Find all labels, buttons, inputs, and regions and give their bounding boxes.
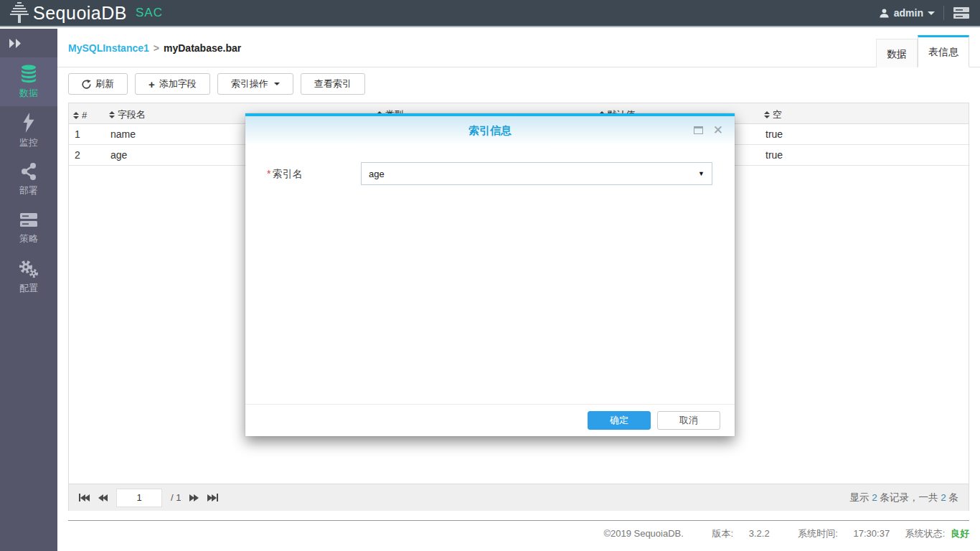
sidebar-item-strategy[interactable]: 策略 <box>0 204 57 253</box>
index-name-label: *索引名 <box>267 168 302 181</box>
product-suffix: SAC <box>136 6 163 20</box>
lightning-icon <box>21 113 37 133</box>
page-header: MySQLInstance1 > myDatabase.bar 数据 表信息 <box>57 29 980 67</box>
app-logo: SequoiaDB SAC <box>10 1 163 24</box>
prev-page-button[interactable] <box>98 494 108 501</box>
sidebar-item-label: 监控 <box>19 136 38 149</box>
cell-nullable: true <box>760 124 969 145</box>
first-page-button[interactable] <box>79 494 90 501</box>
index-info-dialog: 索引信息 ✕ *索引名 age ▼ 确定 取消 <box>245 113 735 436</box>
breadcrumb-separator: > <box>154 42 159 54</box>
double-chevron-right-icon <box>9 39 23 48</box>
view-index-label: 查看索引 <box>314 77 352 90</box>
sidebar-item-deploy[interactable]: 部署 <box>0 155 57 204</box>
dialog-title: 索引信息 <box>245 116 735 145</box>
host-list-button[interactable] <box>953 6 970 20</box>
breadcrumb: MySQLInstance1 > myDatabase.bar <box>68 29 241 67</box>
record-summary: 显示 2 条记录，一共 2 条 <box>849 491 958 504</box>
index-operations-button[interactable]: 索引操作 <box>217 73 293 95</box>
tab-table-info[interactable]: 表信息 <box>918 35 969 67</box>
database-icon <box>19 65 39 83</box>
sort-icon <box>109 111 115 118</box>
user-name: admin <box>894 7 923 19</box>
cell-num: 2 <box>69 145 105 166</box>
chevron-down-icon <box>928 11 935 15</box>
refresh-button[interactable]: 刷新 <box>68 73 128 95</box>
copyright-text: ©2019 SequoiaDB. <box>603 528 684 539</box>
add-field-button[interactable]: + 添加字段 <box>135 73 210 95</box>
next-page-button[interactable] <box>189 494 199 501</box>
sort-icon <box>73 112 79 119</box>
gears-icon <box>19 260 39 278</box>
cell-num: 1 <box>69 124 105 145</box>
servers-icon <box>19 212 39 229</box>
add-field-label: 添加字段 <box>159 77 197 90</box>
system-status-label: 系统状态: <box>905 528 946 539</box>
share-icon <box>19 162 38 181</box>
product-name: SequoiaDB <box>33 3 127 24</box>
plus-icon: + <box>149 78 155 90</box>
dialog-body: *索引名 age ▼ <box>245 145 735 404</box>
ok-button[interactable]: 确定 <box>588 411 651 430</box>
page-footer: ©2019 SequoiaDB. 版本: 3.2.2 系统时间: 17:30:3… <box>68 511 969 551</box>
chevron-down-icon <box>274 83 280 85</box>
sidebar-item-label: 策略 <box>19 232 38 245</box>
sidebar-item-label: 部署 <box>19 184 38 197</box>
sidebar-item-data[interactable]: 数据 <box>0 57 57 106</box>
sort-icon <box>764 111 770 118</box>
column-header-nullable[interactable]: 空 <box>760 103 969 124</box>
sidebar-collapse-button[interactable] <box>0 29 57 57</box>
dialog-footer: 确定 取消 <box>245 404 735 436</box>
sidebar-item-label: 配置 <box>19 282 38 295</box>
refresh-icon <box>82 80 91 89</box>
user-icon <box>879 8 890 19</box>
tab-data[interactable]: 数据 <box>876 39 918 67</box>
breadcrumb-instance-link[interactable]: MySQLInstance1 <box>68 42 149 54</box>
pagination-bar: / 1 显示 2 条记录，一共 2 条 <box>69 484 969 511</box>
sidebar-item-monitor[interactable]: 监控 <box>0 106 57 155</box>
page-number-input[interactable] <box>116 489 162 507</box>
last-page-button[interactable] <box>207 494 218 501</box>
select-caret-icon: ▼ <box>698 170 705 177</box>
dialog-header: 索引信息 ✕ <box>245 116 735 145</box>
total-pages-label: / 1 <box>171 492 181 503</box>
top-bar: SequoiaDB SAC admin <box>0 0 980 27</box>
cancel-button[interactable]: 取消 <box>657 411 720 430</box>
maximize-icon[interactable] <box>694 126 703 134</box>
breadcrumb-current: myDatabase.bar <box>164 42 241 54</box>
topbar-divider <box>943 6 944 20</box>
required-asterisk: * <box>267 168 270 179</box>
sequoia-tree-icon <box>10 1 29 24</box>
toolbar: 刷新 + 添加字段 索引操作 查看索引 <box>68 67 969 103</box>
index-name-select[interactable]: age ▼ <box>361 162 712 185</box>
column-header-num[interactable]: # <box>69 103 105 124</box>
selected-index-value: age <box>369 169 385 179</box>
footer-divider <box>68 520 969 521</box>
footer-info: ©2019 SequoiaDB. 版本: 3.2.2 系统时间: 17:30:3… <box>68 527 969 540</box>
view-index-button[interactable]: 查看索引 <box>301 73 365 95</box>
cell-nullable: true <box>760 145 969 166</box>
sidebar-nav: 数据 监控 部署 <box>0 29 57 551</box>
index-operations-label: 索引操作 <box>231 77 268 90</box>
sidebar-item-label: 数据 <box>19 87 38 100</box>
close-icon[interactable]: ✕ <box>713 122 723 139</box>
system-time-text: 系统时间: 17:30:37 <box>785 528 890 539</box>
version-text: 版本: 3.2.2 <box>699 528 770 539</box>
refresh-label: 刷新 <box>95 77 114 90</box>
user-menu[interactable]: admin <box>879 7 935 19</box>
status-badge: 良好 <box>951 528 969 539</box>
view-tabs: 数据 表信息 <box>876 35 969 67</box>
sidebar-item-config[interactable]: 配置 <box>0 253 57 301</box>
